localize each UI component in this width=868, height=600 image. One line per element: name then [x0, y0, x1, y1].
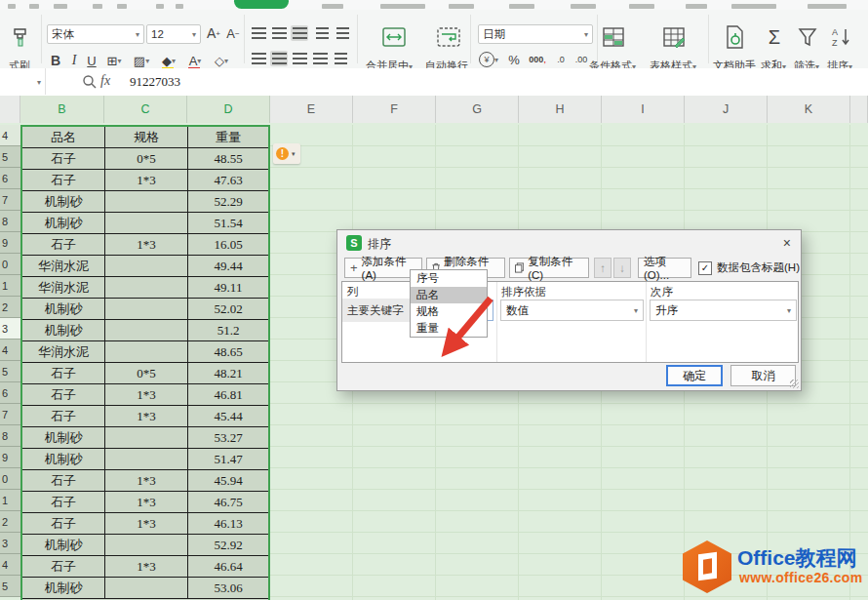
row-header-5[interactable]: 5 — [0, 146, 20, 168]
row-header-21[interactable]: 1 — [0, 490, 20, 511]
spec-cell[interactable]: 0*5 — [105, 363, 188, 384]
spec-cell[interactable]: 1*3 — [105, 234, 188, 256]
bold-button[interactable]: B — [47, 51, 64, 70]
justify-button[interactable] — [311, 51, 329, 66]
spec-cell[interactable]: 1*3 — [105, 384, 188, 406]
font-size-select[interactable]: 12▾ — [146, 24, 201, 44]
wrap-text-button[interactable] — [435, 23, 462, 51]
product-cell[interactable]: 石子 — [22, 384, 105, 406]
column-header-F[interactable]: F — [353, 96, 436, 123]
row-header-7[interactable]: 7 — [0, 189, 20, 211]
decrease-font-button[interactable]: A− — [224, 23, 242, 43]
spec-cell[interactable]: 1*3 — [105, 170, 188, 191]
row-header-16[interactable]: 6 — [0, 382, 20, 404]
product-cell[interactable]: 石子 — [22, 170, 105, 191]
format-painter-button[interactable] — [8, 23, 35, 53]
sort-order-select[interactable]: 升序▾ — [650, 300, 797, 321]
header-cell[interactable]: 规格 — [105, 127, 188, 148]
weight-cell[interactable]: 52.02 — [188, 299, 268, 320]
product-cell[interactable]: 机制砂 — [22, 578, 105, 599]
weight-cell[interactable]: 48.21 — [188, 363, 268, 384]
weight-cell[interactable]: 49.11 — [188, 277, 268, 299]
underline-button[interactable]: U — [84, 51, 99, 70]
row-header-22[interactable]: 2 — [0, 511, 20, 533]
table-row-12[interactable]: 机制砂52.02 — [22, 299, 268, 320]
has-header-checkbox[interactable]: ✓ 数据包含标题(H) — [698, 260, 800, 275]
weight-cell[interactable]: 53.06 — [188, 578, 268, 599]
column-header-edge[interactable] — [0, 96, 20, 123]
font-color-button[interactable]: A ▾ — [183, 51, 207, 70]
weight-cell[interactable]: 48.55 — [188, 148, 268, 170]
align-top-button[interactable] — [250, 25, 267, 41]
table-row-23[interactable]: 机制砂52.92 — [22, 535, 268, 556]
align-right-button[interactable] — [291, 51, 308, 66]
product-cell[interactable]: 华润水泥 — [22, 256, 105, 277]
error-checking-badge[interactable]: ! ▾ — [273, 143, 300, 164]
spec-cell[interactable] — [105, 578, 188, 599]
spec-cell[interactable] — [105, 341, 188, 363]
product-cell[interactable]: 石子 — [22, 234, 105, 256]
row-header-13[interactable]: 3 — [0, 318, 20, 340]
distribute-button[interactable] — [332, 51, 349, 66]
table-row-15[interactable]: 石子0*548.21 — [22, 363, 268, 384]
table-row-25[interactable]: 机制砂53.06 — [22, 578, 268, 599]
spec-cell[interactable] — [105, 320, 188, 341]
product-cell[interactable]: 华润水泥 — [22, 341, 105, 363]
weight-cell[interactable]: 46.81 — [188, 384, 268, 406]
product-cell[interactable]: 石子 — [22, 406, 105, 427]
table-header-row[interactable]: 品名 规格 重量 — [22, 127, 268, 148]
product-cell[interactable]: 机制砂 — [22, 449, 105, 470]
close-icon[interactable]: × — [783, 235, 791, 251]
product-cell[interactable]: 机制砂 — [22, 535, 105, 556]
row-header-8[interactable]: 8 — [0, 211, 20, 232]
weight-cell[interactable]: 46.13 — [188, 513, 268, 535]
column-header-H[interactable]: H — [519, 96, 602, 123]
row-header-4[interactable]: 4 — [0, 125, 20, 146]
spec-cell[interactable] — [105, 277, 188, 299]
merge-center-button[interactable] — [380, 23, 408, 51]
weight-cell[interactable]: 52.29 — [188, 191, 268, 213]
sort-basis-select[interactable]: 数值▾ — [500, 300, 644, 321]
spec-cell[interactable] — [105, 299, 188, 320]
spec-cell[interactable] — [105, 535, 188, 556]
increase-indent-button[interactable] — [334, 25, 351, 41]
clear-format-button[interactable]: ◇▾ — [209, 51, 234, 70]
product-cell[interactable]: 机制砂 — [22, 427, 105, 449]
product-cell[interactable]: 石子 — [22, 556, 105, 578]
align-bottom-button[interactable] — [291, 25, 308, 41]
product-cell[interactable]: 石子 — [22, 148, 105, 170]
spec-cell[interactable]: 1*3 — [105, 492, 188, 513]
row-header-24[interactable]: 4 — [0, 554, 20, 576]
table-row-21[interactable]: 石子1*346.75 — [22, 492, 268, 513]
align-left-button[interactable] — [250, 51, 267, 66]
column-header-E[interactable]: E — [270, 96, 353, 123]
table-row-18[interactable]: 机制砂53.27 — [22, 427, 268, 449]
table-row-20[interactable]: 石子1*345.94 — [22, 470, 268, 492]
row-header-12[interactable]: 2 — [0, 297, 20, 318]
table-row-16[interactable]: 石子1*346.81 — [22, 384, 268, 406]
table-row-7[interactable]: 机制砂52.29 — [22, 191, 268, 213]
product-cell[interactable]: 石子 — [22, 470, 105, 492]
borders-button[interactable]: ⊞▾ — [101, 51, 127, 70]
row-header-14[interactable]: 4 — [0, 340, 20, 361]
weight-cell[interactable]: 16.05 — [188, 234, 268, 256]
sum-button[interactable]: Σ — [763, 23, 786, 51]
row-header-18[interactable]: 8 — [0, 425, 20, 447]
weight-cell[interactable]: 48.65 — [188, 341, 268, 363]
row-header-19[interactable]: 9 — [0, 447, 20, 468]
column-header-K[interactable]: K — [768, 96, 850, 123]
ok-button[interactable]: 确定 — [666, 365, 723, 386]
active-ribbon-tab[interactable] — [234, 0, 289, 9]
doc-helper-button[interactable] — [722, 23, 747, 51]
resize-grip[interactable] — [790, 380, 799, 388]
spec-cell[interactable] — [105, 256, 188, 277]
row-header-23[interactable]: 3 — [0, 533, 20, 554]
name-box[interactable]: ▾ — [0, 68, 46, 95]
thousands-button[interactable]: 000, — [527, 51, 548, 68]
increase-font-button[interactable]: A+ — [205, 23, 222, 43]
magnifier-icon[interactable] — [82, 74, 98, 90]
product-cell[interactable]: 华润水泥 — [22, 277, 105, 299]
currency-button[interactable]: ¥▾ — [476, 51, 501, 68]
table-row-11[interactable]: 华润水泥49.11 — [22, 277, 268, 299]
table-row-8[interactable]: 机制砂51.54 — [22, 213, 268, 234]
